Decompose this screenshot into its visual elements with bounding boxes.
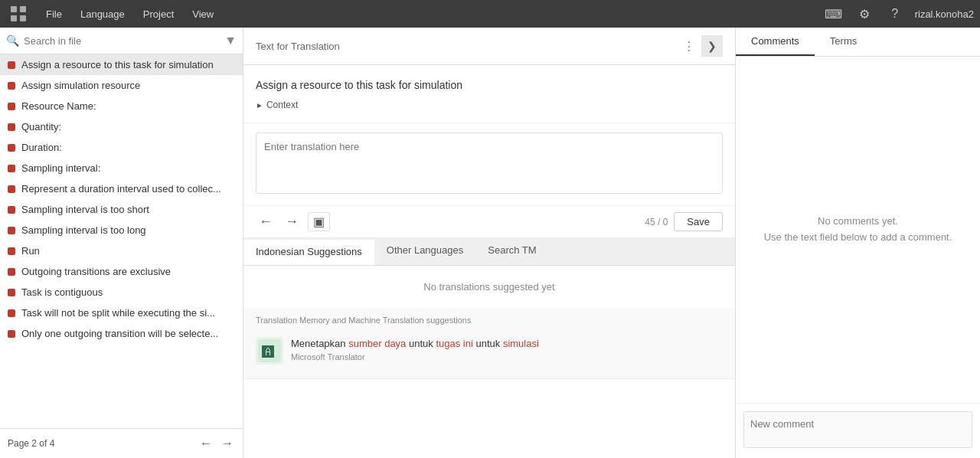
right-tab-comments[interactable]: Comments <box>736 28 815 56</box>
tm-translated-text: Menetapkan sumber daya untuk tugas ini u… <box>291 337 539 351</box>
file-item[interactable]: Duration: <box>0 137 243 158</box>
pagination: Page 2 of 4 ← → <box>0 428 243 458</box>
file-item-text: Run <box>21 245 235 257</box>
tm-text-wrapper: Menetapkan sumber daya untuk tugas ini u… <box>291 337 539 361</box>
file-item[interactable]: Resource Name: <box>0 96 243 116</box>
file-item[interactable]: Quantity: <box>0 116 243 137</box>
left-panel: 🔍 ▼ Assign a resource to this task for s… <box>0 28 243 458</box>
file-item-indicator <box>8 61 15 69</box>
prev-string-button[interactable]: ← <box>256 212 276 231</box>
file-item-indicator <box>8 123 15 131</box>
file-item-indicator <box>8 82 15 90</box>
translation-input-wrapper <box>243 123 735 206</box>
file-item-indicator <box>8 206 15 214</box>
file-item-text: Outgoing transitions are exclusive <box>21 266 235 277</box>
suggestions-tabs: Indonesian SuggestionsOther LanguagesSea… <box>243 238 735 266</box>
svg-rect-3 <box>20 15 26 21</box>
settings-icon[interactable]: ⚙ <box>854 3 875 25</box>
file-item-indicator <box>8 144 15 152</box>
right-content: No comments yet. Use the text field belo… <box>736 57 980 403</box>
file-item-indicator <box>8 247 15 255</box>
center-panel: Text for Translation ⋮ ❯ Assign a resour… <box>243 28 735 458</box>
suggestions-content: No translations suggested yet Translatio… <box>243 266 735 458</box>
tm-word-4: daya <box>384 338 406 349</box>
page-label: Page 2 of 4 <box>8 438 192 449</box>
file-item[interactable]: Assign simulation resource <box>0 75 243 96</box>
file-item-indicator <box>8 289 15 296</box>
source-text: Assign a resource to this task for simul… <box>256 77 723 93</box>
file-item-indicator <box>8 103 15 110</box>
next-string-button[interactable]: → <box>282 212 302 231</box>
tm-word-1: Menetapkan <box>291 338 348 349</box>
app-icon[interactable] <box>6 2 31 26</box>
no-comments-area: No comments yet. Use the text field belo… <box>751 72 965 388</box>
tm-item[interactable]: 🅰 Menetapkan sumber daya untuk tugas ini… <box>256 331 723 371</box>
context-arrow-icon: ► <box>256 101 263 110</box>
no-comments-line1: No comments yet. <box>818 215 898 227</box>
no-suggestions-label: No translations suggested yet <box>243 266 735 308</box>
tm-word-5: untuk <box>406 338 436 349</box>
expand-button[interactable]: ❯ <box>701 35 723 57</box>
svg-text:🅰: 🅰 <box>262 345 274 358</box>
main-layout: 🔍 ▼ Assign a resource to this task for s… <box>0 28 980 458</box>
tm-section: Translation Memory and Machine Translati… <box>243 308 735 379</box>
help-icon[interactable]: ? <box>884 3 906 25</box>
char-count: 45 / 0 <box>645 217 668 227</box>
user-label: rizal.konoha2 <box>915 8 974 20</box>
file-item[interactable]: Task is contiguous <box>0 282 243 303</box>
sugg-tab-other[interactable]: Other Languages <box>374 238 475 265</box>
context-link[interactable]: ► Context <box>256 100 723 110</box>
source-text-area: Assign a resource to this task for simul… <box>243 65 735 123</box>
svg-rect-0 <box>11 6 17 12</box>
file-item[interactable]: Task will not be split while executing t… <box>0 303 243 323</box>
new-comment-input[interactable] <box>743 411 972 448</box>
menu-bar: File Language Project View ⌨ ⚙ ? rizal.k… <box>0 0 980 28</box>
filter-icon[interactable]: ▼ <box>224 34 237 47</box>
file-item[interactable]: Only one outgoing transition will be sel… <box>0 323 243 344</box>
file-item-text: Sampling interval: <box>21 162 235 174</box>
file-item[interactable]: Assign a resource to this task for simul… <box>0 54 243 75</box>
file-item-indicator <box>8 330 15 338</box>
menu-view[interactable]: View <box>183 5 223 23</box>
menu-language[interactable]: Language <box>71 5 134 23</box>
file-list: Assign a resource to this task for simul… <box>0 54 243 428</box>
file-item[interactable]: Sampling interval is too long <box>0 220 243 240</box>
copy-source-button[interactable]: ▣ <box>308 212 330 231</box>
translation-toolbar: ← → ▣ 45 / 0 Save <box>243 206 735 238</box>
file-item-text: Assign a resource to this task for simul… <box>21 59 235 70</box>
tm-source: Microsoft Translator <box>291 352 539 361</box>
file-item[interactable]: Sampling interval: <box>0 158 243 178</box>
translation-textarea[interactable] <box>256 132 723 194</box>
right-tabs: CommentsTerms <box>736 28 980 57</box>
save-button[interactable]: Save <box>674 212 723 231</box>
keyboard-icon[interactable]: ⌨ <box>823 3 844 25</box>
file-item-text: Duration: <box>21 142 235 153</box>
file-item-text: Represent a duration interval used to co… <box>21 183 235 195</box>
more-options-icon[interactable]: ⋮ <box>683 39 695 54</box>
sugg-tab-indonesian[interactable]: Indonesian Suggestions <box>243 238 374 265</box>
file-item[interactable]: Run <box>0 240 243 261</box>
translation-header-title: Text for Translation <box>256 41 677 52</box>
menu-project[interactable]: Project <box>134 5 183 23</box>
translation-header: Text for Translation ⋮ ❯ <box>243 28 735 65</box>
prev-page-button[interactable]: ← <box>198 435 214 452</box>
tm-icon: 🅰 <box>256 337 283 365</box>
tm-section-title: Translation Memory and Machine Translati… <box>256 316 723 325</box>
menu-file[interactable]: File <box>37 5 71 23</box>
search-bar: 🔍 ▼ <box>0 28 243 54</box>
next-page-button[interactable]: → <box>220 435 235 452</box>
context-label: Context <box>266 100 298 110</box>
file-item-text: Only one outgoing transition will be sel… <box>21 328 235 339</box>
tm-word-9: untuk <box>473 338 503 349</box>
file-item-text: Task will not be split while executing t… <box>21 307 235 319</box>
sugg-tab-search[interactable]: Search TM <box>475 238 548 265</box>
right-tab-terms[interactable]: Terms <box>815 28 872 56</box>
search-input[interactable] <box>24 35 220 47</box>
tm-word-10: simulasi <box>503 338 539 349</box>
file-item-text: Sampling interval is too short <box>21 204 235 215</box>
file-item-indicator <box>8 227 15 234</box>
file-item[interactable]: Represent a duration interval used to co… <box>0 178 243 199</box>
file-item[interactable]: Sampling interval is too short <box>0 199 243 220</box>
new-comment-area <box>736 403 980 458</box>
file-item[interactable]: Outgoing transitions are exclusive <box>0 261 243 282</box>
